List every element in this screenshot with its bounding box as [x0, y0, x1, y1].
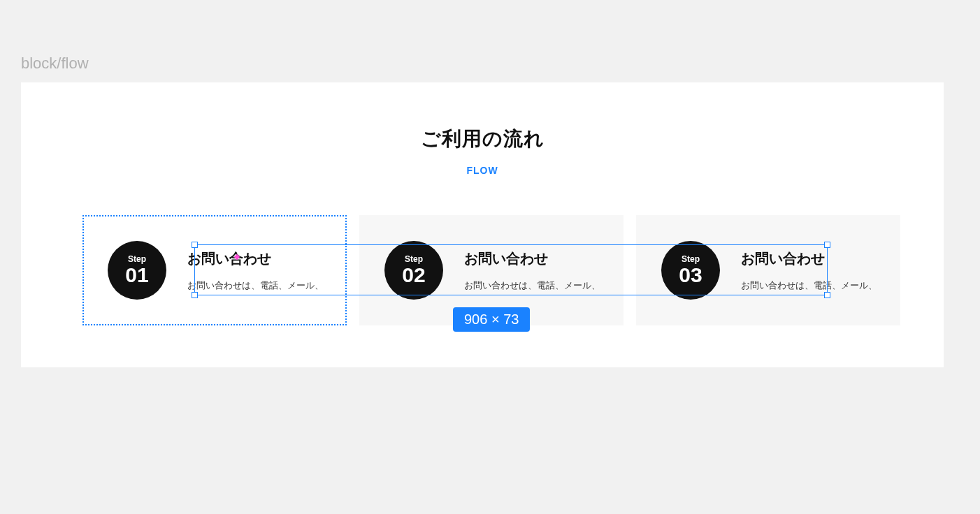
step-card[interactable]: Step 01 お問い合わせ お問い合わせは、電話、メール、 — [82, 215, 347, 325]
step-label: Step — [405, 255, 423, 263]
step-number: 02 — [402, 265, 425, 286]
step-number: 01 — [125, 265, 148, 286]
step-title: お問い合わせ — [741, 249, 877, 268]
step-title: お問い合わせ — [187, 249, 324, 268]
step-desc: お問い合わせは、電話、メール、 — [464, 279, 600, 292]
step-label: Step — [682, 255, 700, 263]
design-canvas[interactable]: ご利用の流れ FLOW Step 01 お問い合わせ お問い合わせは、電話、メー… — [21, 82, 944, 367]
step-number: 03 — [679, 265, 702, 286]
step-title: お問い合わせ — [464, 249, 600, 268]
step-label: Step — [128, 255, 146, 263]
step-text: お問い合わせ お問い合わせは、電話、メール、 — [187, 249, 324, 292]
section-header: ご利用の流れ FLOW — [21, 82, 944, 176]
breadcrumb: block/flow — [21, 54, 89, 73]
step-desc: お問い合わせは、電話、メール、 — [187, 279, 324, 292]
step-text: お問い合わせ お問い合わせは、電話、メール、 — [464, 249, 600, 292]
step-card[interactable]: Step 03 お問い合わせ お問い合わせは、電話、メール、 — [636, 215, 900, 325]
step-badge: Step 03 — [661, 241, 720, 300]
step-text: お問い合わせ お問い合わせは、電話、メール、 — [741, 249, 877, 292]
step-badge: Step 01 — [108, 241, 166, 300]
selection-size-badge: 906 × 73 — [453, 307, 530, 332]
step-desc: お問い合わせは、電話、メール、 — [741, 279, 877, 292]
section-subtitle: FLOW — [21, 165, 944, 176]
step-badge: Step 02 — [384, 241, 443, 300]
section-title: ご利用の流れ — [21, 126, 944, 152]
